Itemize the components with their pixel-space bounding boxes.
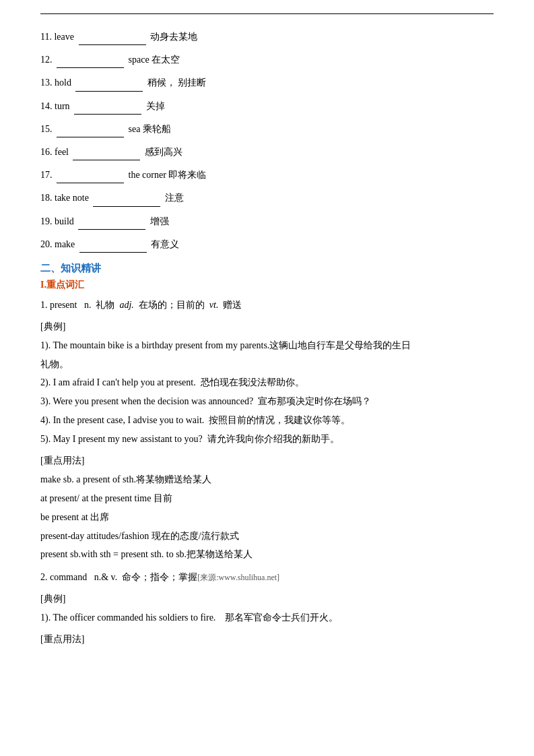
ex-num: 14. — [40, 101, 53, 111]
present-usage-4: present-day attitudes/fashion 现在的态度/流行款式 — [40, 528, 494, 545]
present-usage-3: be present at 出席 — [40, 509, 494, 526]
ex-suffix: 有意义 — [151, 239, 179, 249]
ex-suffix: 稍候， 别挂断 — [147, 77, 207, 88]
present-ex-3: 3). Were you present when the decision w… — [40, 393, 494, 410]
present-examples-label: [典例] — [40, 318, 494, 336]
vocab-command-entry: 2. command n.& v. 命令；指令；掌握[来源:www.shulih… — [40, 569, 494, 586]
exercise-20: 20. make 有意义 — [40, 235, 494, 253]
ex-suffix: space 在太空 — [129, 55, 180, 65]
exercise-17: 17. the corner 即将来临 — [40, 166, 494, 183]
command-ex-1: 1). The officer commanded his soldiers t… — [40, 609, 494, 627]
blank-11 — [79, 28, 146, 45]
exercise-15: 15. sea 乘轮船 — [40, 120, 494, 137]
blank-14 — [74, 97, 141, 115]
blank-15 — [57, 120, 124, 137]
exercise-14: 14. turn 关掉 — [40, 97, 494, 115]
ex-prefix: build — [55, 216, 74, 226]
present-ex-1: 1). The mountain bike is a birthday pres… — [40, 337, 494, 354]
present-ex-2: 2). I am afraid I can't help you at pres… — [40, 374, 494, 391]
present-key-usage-label: [重点用法] — [40, 452, 494, 470]
ex-prefix: take note — [55, 193, 89, 203]
exercise-12: 12. space 在太空 — [40, 51, 494, 68]
ex-suffix: 关掉 — [146, 101, 165, 111]
blank-12 — [57, 51, 124, 68]
present-ex-1b: 礼物。 — [40, 356, 494, 373]
exercise-18: 18. take note 注意 — [40, 189, 494, 206]
ex-suffix: 注意 — [165, 193, 184, 203]
exercise-16: 16. feel 感到高兴 — [40, 143, 494, 160]
blank-19 — [78, 212, 145, 230]
exercise-19: 19. build 增强 — [40, 212, 494, 230]
ex-num: 13. — [40, 77, 53, 88]
ex-prefix: feel — [55, 147, 69, 157]
command-key-usage-label: [重点用法] — [40, 631, 494, 648]
ex-num: 15. — [40, 124, 53, 134]
blank-13 — [75, 73, 143, 91]
ex-num: 12. — [40, 55, 53, 65]
present-ex-5: 5). May I present my new assistant to yo… — [40, 431, 494, 448]
exercises-section: 11. leave 动身去某地 12. space 在太空 13. hold 稍… — [40, 28, 494, 253]
ex-prefix: leave — [54, 32, 74, 42]
ex-num: 18. — [40, 193, 53, 203]
ex-prefix: turn — [55, 101, 70, 111]
blank-17 — [57, 166, 124, 183]
ex-suffix: sea 乘轮船 — [129, 124, 171, 134]
exercise-11: 11. leave 动身去某地 — [40, 28, 494, 45]
present-usage-2: at present/ at the present time 目前 — [40, 490, 494, 507]
blank-20 — [79, 235, 147, 253]
ex-suffix: 增强 — [150, 216, 169, 226]
ex-prefix: hold — [55, 77, 71, 88]
ex-suffix: 感到高兴 — [145, 147, 182, 157]
present-ex-4: 4). In the present case, I advise you to… — [40, 412, 494, 429]
ex-num: 17. — [40, 170, 53, 180]
blank-18 — [93, 189, 160, 206]
vocab-present-entry: 1. present n. 礼物 adj. 在场的；目前的 vt. 赠送 — [40, 296, 494, 314]
ex-num: 16. — [40, 147, 53, 157]
vocab-command: 2. command n.& v. 命令；指令；掌握[来源:www.shulih… — [40, 569, 494, 648]
ex-suffix: 动身去某地 — [150, 32, 197, 42]
ex-num: 11. — [40, 32, 52, 42]
subsection-title: I.重点词汇 — [40, 279, 494, 291]
ex-suffix: the corner 即将来临 — [129, 170, 207, 180]
ex-num: 19. — [40, 216, 53, 226]
ex-prefix: make — [55, 239, 75, 249]
vocab-present: 1. present n. 礼物 adj. 在场的；目前的 vt. 赠送 [典例… — [40, 296, 494, 563]
present-usage-5: present sb.with sth = present sth. to sb… — [40, 546, 494, 563]
blank-16 — [73, 143, 140, 160]
top-divider — [40, 13, 494, 14]
present-usage-1: make sb. a present of sth.将某物赠送给某人 — [40, 471, 494, 489]
command-examples-label: [典例] — [40, 590, 494, 608]
ex-num: 20. — [40, 239, 53, 249]
section-title: 二、知识精讲 — [40, 262, 494, 275]
exercise-13: 13. hold 稍候， 别挂断 — [40, 73, 494, 91]
